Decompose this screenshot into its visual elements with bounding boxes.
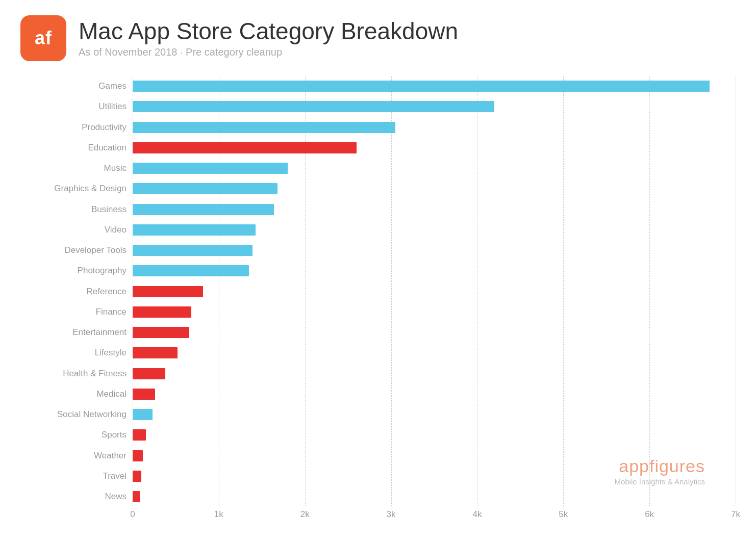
bar [133,245,253,256]
bar [133,327,189,338]
bar-row [133,159,736,178]
bar [133,265,249,276]
y-label: Utilities [20,97,133,116]
bar-row [133,282,736,301]
bar [133,183,278,194]
y-label: Travel [20,467,133,486]
bars-area: 01k2k3k4k5k6k7k [133,76,736,527]
bars-rows [133,76,736,527]
y-label: Video [20,220,133,240]
bar-row [133,118,736,137]
bar [133,122,395,133]
y-label: Reference [20,282,133,301]
bar [133,101,494,112]
chart-subtitle: As of November 2018 · Pre category clean… [79,46,458,58]
y-label: Games [20,76,133,96]
bar-row [133,200,736,219]
chart-inner: GamesUtilitiesProductivityEducationMusic… [20,76,736,527]
grid-line [736,76,736,506]
bar [133,471,141,482]
y-label: Weather [20,446,133,466]
bar [133,347,178,358]
y-label: Entertainment [20,323,133,342]
bar-row [133,343,736,363]
bar-row [133,425,736,445]
bar-row [133,261,736,280]
chart-title: Mac App Store Category Breakdown [79,18,458,44]
bar [133,368,165,379]
y-label: Graphics & Design [20,179,133,198]
header: af Mac App Store Category Breakdown As o… [20,15,736,61]
bar-row [133,179,736,198]
bar-row [133,323,736,342]
bar-row [133,97,736,116]
y-label: Finance [20,302,133,322]
bar [133,286,203,297]
bar [133,450,143,461]
bar-row [133,76,736,96]
y-label: Developer Tools [20,241,133,260]
bar [133,163,288,174]
bar-row [133,220,736,240]
bar-row [133,302,736,322]
bar [133,81,710,92]
chart-container: GamesUtilitiesProductivityEducationMusic… [20,76,736,527]
y-label: Medical [20,384,133,404]
bar-row [133,405,736,424]
bar-row [133,138,736,158]
y-label: News [20,487,133,506]
bar-row [133,384,736,404]
bar-row [133,487,736,506]
bar [133,306,191,318]
y-axis-labels: GamesUtilitiesProductivityEducationMusic… [20,76,133,527]
logo: af [20,15,66,61]
bar [133,389,155,400]
y-label: Lifestyle [20,343,133,363]
bar [133,409,153,420]
y-label: Productivity [20,118,133,137]
bar [133,224,256,236]
bar-row [133,467,736,486]
bar [133,142,357,153]
logo-text: af [35,28,52,49]
bar [133,204,274,215]
header-text: Mac App Store Category Breakdown As of N… [79,18,458,58]
y-label: Photography [20,261,133,280]
y-label: Music [20,159,133,178]
page: af Mac App Store Category Breakdown As o… [0,0,756,542]
y-label: Education [20,138,133,158]
bar-row [133,241,736,260]
bar-row [133,446,736,466]
y-label: Health & Fitness [20,364,133,383]
bar [133,491,140,502]
bar [133,429,146,441]
y-label: Social Networking [20,405,133,424]
y-label: Sports [20,425,133,445]
bar-row [133,364,736,383]
y-label: Business [20,200,133,219]
